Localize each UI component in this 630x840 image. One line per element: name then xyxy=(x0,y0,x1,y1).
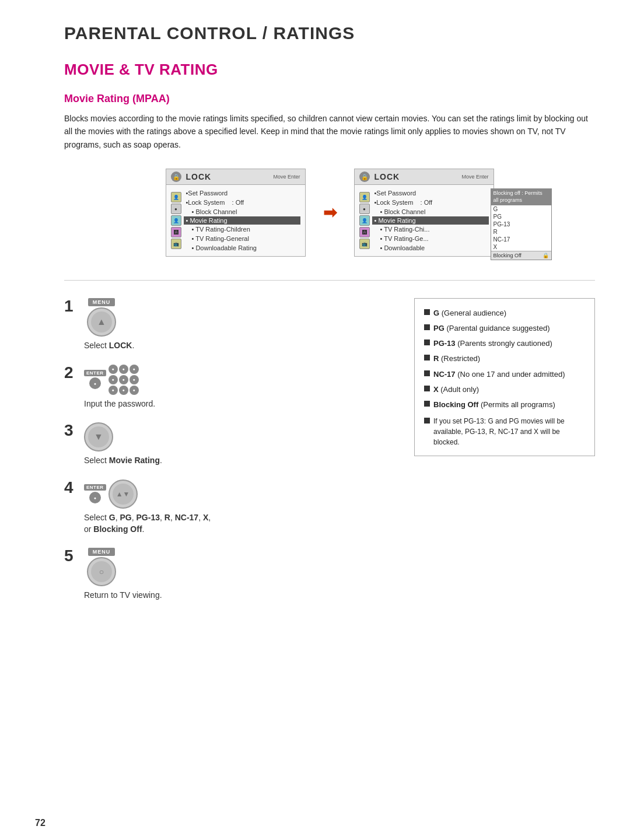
lock-icon-small: 🔒 xyxy=(542,253,549,258)
dropdown-item-R: R xyxy=(491,228,551,236)
step-4-instruction: Select G, PG, PG-13, R, NC-17, X,or Bloc… xyxy=(84,512,211,535)
subsection-title: Movie Rating (MPAA) xyxy=(64,93,595,105)
lock-menu-1-title: LOCK xyxy=(186,172,212,181)
numpad-3: ● xyxy=(130,365,139,374)
step-5-instruction: Return to TV viewing. xyxy=(84,590,162,601)
info-R-text: R (Restricted) xyxy=(433,352,480,365)
numpad-6: ● xyxy=(130,375,139,384)
step-3-instruction: Select Movie Rating. xyxy=(84,455,162,467)
icon2-person: 👤 xyxy=(359,192,370,202)
step-2-number: 2 xyxy=(64,365,76,381)
menu-item-tv-general: • TV Rating-General xyxy=(186,234,300,243)
bullet-PG13 xyxy=(424,340,430,345)
diagrams-row: 🔒 LOCK Move Enter 👤 ● 👤 🅰 📺 •Set Passwor… xyxy=(64,169,595,257)
icon2-person2: 👤 xyxy=(359,215,370,226)
arrow-right: ➡ xyxy=(323,203,337,222)
steps-col: 1 MENU ▲ Select LOCK. 2 xyxy=(64,298,397,614)
lock-menu-2-nav: Move Enter xyxy=(461,174,488,180)
step-4-number: 4 xyxy=(64,480,76,496)
bullet-G xyxy=(424,309,430,315)
menu-item-movie-rating: • Movie Rating xyxy=(184,216,300,225)
icon-person3: 🅰 xyxy=(171,227,181,237)
blocking-off-label: Blocking Off xyxy=(494,253,522,258)
dropdown-item-PG: PG xyxy=(491,213,551,220)
info-G-text: G (General audience) xyxy=(433,307,506,320)
menu2-item-tv-children: • TV Rating-Chi... xyxy=(374,225,489,234)
numpad-2: ● xyxy=(119,365,128,374)
numpad-8: ● xyxy=(119,386,128,395)
lock-menu-2: 🔒 LOCK Move Enter 👤 ● 👤 🅰 📺 xyxy=(354,169,494,257)
lock-icon-2: 🔒 xyxy=(359,172,370,182)
dropdown-item-NC17: NC-17 xyxy=(491,236,551,243)
step-4: 4 ENTER ● ▲▼ Select G, PG, PG-13, R, NC-… xyxy=(64,480,397,535)
lock-menu-1-body: 👤 ● 👤 🅰 📺 •Set Password •Lock System : O… xyxy=(166,185,305,256)
enter-circle-2: ● xyxy=(89,377,101,389)
enter-label-2: ENTER xyxy=(84,370,106,376)
icon-circle-dot: ● xyxy=(171,204,181,214)
menu2-item-tv-general: • TV Rating-Ge... xyxy=(374,234,489,243)
lock-menu-2-header: 🔒 LOCK Move Enter xyxy=(355,169,494,185)
info-PG13-text: PG-13 (Parents strongly cautioned) xyxy=(433,337,552,350)
icon-tv: 📺 xyxy=(171,239,181,249)
page-title: PARENTAL CONTROL / RATINGS xyxy=(64,23,595,43)
menu-item-set-password: •Set Password xyxy=(186,188,300,198)
enter-label-4: ENTER xyxy=(84,484,106,491)
lock-menu-2-row-icons: 👤 ● 👤 🅰 📺 •Set Password •Lock System : O… xyxy=(355,187,494,254)
bullet-R xyxy=(424,355,430,360)
icon-person: 👤 xyxy=(171,192,181,202)
info-note: If you set PG-13: G and PG movies will b… xyxy=(424,416,585,447)
numpad-7: ● xyxy=(108,386,118,395)
info-item-PG: PG (Parental guidance suggested) xyxy=(424,322,585,335)
numpad-5: ● xyxy=(119,375,128,384)
divider xyxy=(64,280,595,281)
bullet-X xyxy=(424,386,430,391)
step-4-content: ENTER ● ▲▼ Select G, PG, PG-13, R, NC-17… xyxy=(84,480,211,535)
step-5: 5 MENU ○ Return to TV viewing. xyxy=(64,548,397,601)
rating-dropdown: Blocking off : Permits all programs G PG… xyxy=(491,188,552,260)
step-5-number: 5 xyxy=(64,548,76,564)
info-col: G (General audience) PG (Parental guidan… xyxy=(414,298,595,456)
info-item-R: R (Restricted) xyxy=(424,352,585,365)
bullet-blocking-off xyxy=(424,401,430,407)
menu2-item-block-channel: • Block Channel xyxy=(374,207,489,216)
info-item-X: X (Adult only) xyxy=(424,383,585,396)
icon-person2: 👤 xyxy=(171,215,181,226)
dropdown-header: Blocking off : Permits all programs xyxy=(491,189,551,205)
lock-menu-1-row-icons: 👤 ● 👤 🅰 📺 •Set Password •Lock System : O… xyxy=(166,187,305,254)
step-1-instruction: Select LOCK. xyxy=(84,340,134,352)
lock-menu-1: 🔒 LOCK Move Enter 👤 ● 👤 🅰 📺 •Set Passwor… xyxy=(166,169,306,257)
nav-circle-1: ▲ xyxy=(87,307,116,337)
info-item-G: G (General audience) xyxy=(424,307,585,320)
step-2-instruction: Input the password. xyxy=(84,398,155,410)
dropdown-footer: Blocking Off 🔒 xyxy=(491,251,551,260)
enter-circle-4: ● xyxy=(89,492,101,503)
lock-menu-2-wrapper: 🔒 LOCK Move Enter 👤 ● 👤 🅰 📺 xyxy=(354,169,494,257)
lock-menu-2-body: 👤 ● 👤 🅰 📺 •Set Password •Lock System : O… xyxy=(355,185,494,256)
step-2: 2 ENTER ● ● ● ● ● ● ● xyxy=(64,365,397,410)
step-3-content: ▼ Select Movie Rating. xyxy=(84,422,162,467)
menu2-item-lock-system: •Lock System : Off xyxy=(374,198,489,207)
nav-circle-3: ▼ xyxy=(84,422,113,452)
menu2-item-downloadable: • Downloadable xyxy=(374,243,489,253)
step-2-content: ENTER ● ● ● ● ● ● ● ● ● ● xyxy=(84,365,155,410)
step-3: 3 ▼ Select Movie Rating. xyxy=(64,422,397,467)
step-3-number: 3 xyxy=(64,422,76,439)
info-item-PG13: PG-13 (Parents strongly cautioned) xyxy=(424,337,585,350)
lock-menu-1-nav: Move Enter xyxy=(273,174,300,180)
numpad-9: ● xyxy=(130,386,139,395)
page-number: 72 xyxy=(35,818,46,828)
bullet-note xyxy=(424,418,430,424)
menu-item-downloadable: • Downloadable Rating xyxy=(186,243,300,253)
numpad-4: ● xyxy=(108,375,118,384)
dropdown-item-G: G xyxy=(491,205,551,213)
icon2-tv: 📺 xyxy=(359,239,370,249)
info-note-text: If you set PG-13: G and PG movies will b… xyxy=(433,416,585,447)
step-1-number: 1 xyxy=(64,298,76,314)
lock-menu-1-header: 🔒 LOCK Move Enter xyxy=(166,169,305,185)
step-5-content: MENU ○ Return to TV viewing. xyxy=(84,548,162,601)
menu-item-tv-children: • TV Rating-Children xyxy=(186,225,300,234)
dropdown-item-PG13: PG-13 xyxy=(491,220,551,228)
menu-item-block-channel: • Block Channel xyxy=(186,207,300,216)
menu2-item-movie-rating: • Movie Rating xyxy=(372,216,489,225)
icon2-circle-dot: ● xyxy=(359,204,370,214)
